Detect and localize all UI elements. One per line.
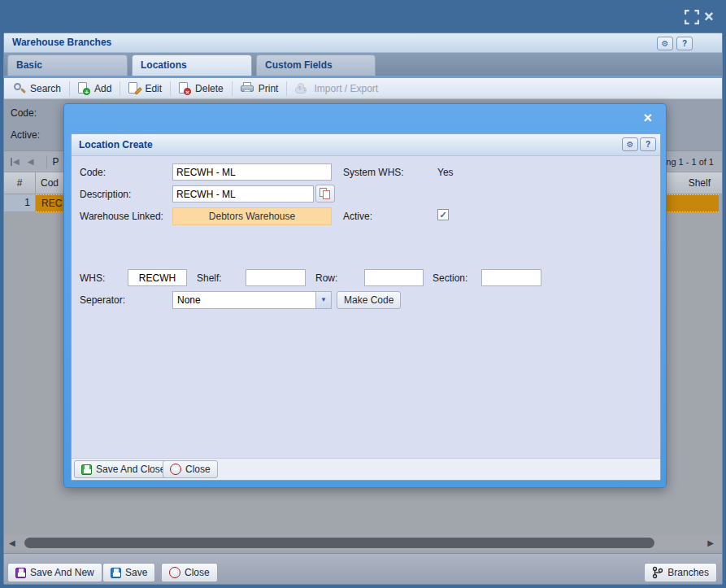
checkmark-icon: ✓ <box>439 210 446 220</box>
gear-icon: ⚙ <box>662 39 669 48</box>
branches-button[interactable]: Branches <box>644 563 717 582</box>
tab-basic[interactable]: Basic <box>7 54 128 76</box>
copy-icon <box>320 188 331 200</box>
edit-icon <box>128 82 141 95</box>
dialog-settings-button[interactable]: ⚙ <box>622 137 638 151</box>
window-help-button[interactable]: ? <box>676 37 693 50</box>
save-close-floppy-icon <box>81 464 92 475</box>
import-export-button[interactable]: ↑↓ Import / Export <box>289 80 384 98</box>
page-prev-icon: ◀ <box>28 157 34 166</box>
toolbar-separator <box>232 81 233 96</box>
window-title: Warehouse Branches <box>12 37 111 48</box>
pager-separator <box>46 155 47 168</box>
dialog-footer: Save And Close ✕ Close <box>72 458 660 480</box>
copy-description-button[interactable] <box>315 185 335 203</box>
scroll-right-icon[interactable]: ▶ <box>707 538 714 547</box>
page-first-button[interactable]: ◀ <box>11 157 20 166</box>
maximize-icon[interactable] <box>685 10 699 28</box>
branch-code-label: Code: <box>11 107 37 119</box>
edit-label: Edit <box>145 83 162 94</box>
search-icon <box>13 82 26 95</box>
print-icon <box>241 82 254 94</box>
location-create-dialog: Location Create ⚙ ? Code: System WHS: Ye… <box>71 133 661 481</box>
close-stop-icon: ✕ <box>170 464 181 475</box>
search-button[interactable]: Search <box>7 80 67 98</box>
help-icon: ? <box>646 140 650 149</box>
toolbar-separator <box>170 81 171 96</box>
save-new-floppy-icon <box>15 568 26 578</box>
modal-close-icon[interactable]: × <box>643 111 652 125</box>
scroll-left-icon[interactable]: ◀ <box>9 538 15 547</box>
print-button[interactable]: Print <box>235 80 285 98</box>
paging-status-text: ng 1 - 1 of 1 <box>666 157 714 167</box>
save-and-new-label: Save And New <box>30 567 94 578</box>
tab-bar: Basic Locations Custom Fields <box>4 53 722 76</box>
branches-label: Branches <box>667 567 709 578</box>
warehouse-linked-label: Warehouse Linked: <box>80 211 163 222</box>
import-export-icon: ↑↓ <box>295 83 310 94</box>
dialog-help-button[interactable]: ? <box>640 137 656 151</box>
add-button[interactable]: + Add <box>72 80 117 98</box>
section-input[interactable] <box>481 269 541 286</box>
edit-button[interactable]: Edit <box>123 80 167 98</box>
add-label: Add <box>94 83 111 94</box>
system-whs-label: System WHS: <box>343 167 404 178</box>
active-checkbox[interactable]: ✓ <box>437 209 449 220</box>
seperator-value: None <box>177 294 201 306</box>
whs-input[interactable] <box>128 269 187 286</box>
branch-icon <box>652 566 663 579</box>
section-label: Section: <box>433 272 467 284</box>
import-export-label: Import / Export <box>314 83 378 94</box>
tab-locations-label: Locations <box>141 59 187 71</box>
help-icon: ? <box>682 39 687 48</box>
location-create-modal: × Location Create ⚙ ? Code: System WHS: … <box>63 103 667 488</box>
warehouse-linked-button[interactable]: Debtors Warehouse <box>172 207 332 225</box>
row-input[interactable] <box>364 269 424 286</box>
tab-locations[interactable]: Locations <box>132 54 252 76</box>
close-label: Close <box>185 567 210 578</box>
system-whs-value: Yes <box>437 167 454 178</box>
tab-custom-fields-label: Custom Fields <box>265 59 333 71</box>
code-input[interactable] <box>172 163 332 181</box>
close-stop-icon: ✕ <box>169 567 180 578</box>
save-and-close-label: Save And Close <box>96 464 165 475</box>
dialog-close-label: Close <box>185 464 211 475</box>
save-floppy-icon <box>111 568 121 578</box>
delete-button[interactable]: × Delete <box>173 80 229 98</box>
page-prev-button[interactable]: ◀ <box>28 157 34 166</box>
save-label: Save <box>125 567 147 578</box>
seperator-select[interactable]: None ▼ <box>172 291 332 309</box>
make-code-label: Make Code <box>344 294 393 306</box>
window-settings-button[interactable]: ⚙ <box>657 37 673 50</box>
shelf-input[interactable] <box>246 269 306 286</box>
horizontal-scrollbar[interactable]: ◀ ▶ <box>4 535 722 551</box>
tab-custom-fields[interactable]: Custom Fields <box>256 54 376 76</box>
gear-icon: ⚙ <box>627 140 634 149</box>
column-header-shelf[interactable]: Shelf <box>689 172 711 194</box>
dialog-header: Location Create ⚙ ? <box>72 134 660 156</box>
save-button[interactable]: Save <box>102 563 155 582</box>
page-first-icon: ◀ <box>13 157 20 166</box>
save-and-new-button[interactable]: Save And New <box>7 563 102 582</box>
search-label: Search <box>30 83 61 94</box>
grid-toolbar: Search + Add Edit × Delete Print ↑↓ Impo… <box>4 78 722 99</box>
description-label: Description: <box>80 189 131 200</box>
save-and-close-button[interactable]: Save And Close <box>74 460 172 478</box>
bottom-toolbar: Save And New Save ✕ Close Branches <box>4 553 722 584</box>
row-number-cell: 1 <box>4 194 36 212</box>
dialog-close-button[interactable]: ✕ Close <box>163 460 218 478</box>
close-button[interactable]: ✕ Close <box>161 563 218 582</box>
column-header-code[interactable]: Cod <box>41 172 59 194</box>
delete-label: Delete <box>195 83 224 94</box>
column-header-number[interactable]: # <box>4 172 36 194</box>
make-code-button[interactable]: Make Code <box>337 291 401 309</box>
code-label: Code: <box>80 167 106 178</box>
active-label: Active: <box>343 211 372 222</box>
desktop-close-icon[interactable]: × <box>704 9 714 24</box>
scrollbar-thumb[interactable] <box>24 538 654 548</box>
seperator-label: Seperator: <box>80 294 125 306</box>
toolbar-separator <box>69 81 70 96</box>
description-input[interactable] <box>172 185 314 203</box>
toolbar-separator <box>286 81 287 96</box>
chevron-down-icon[interactable]: ▼ <box>315 292 331 308</box>
